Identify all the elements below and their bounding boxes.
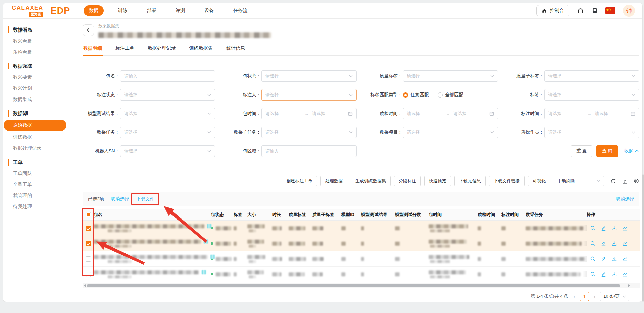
toolbar-button-3[interactable]: 分段标注	[394, 176, 421, 186]
filter-select-3[interactable]: 请选择	[544, 70, 639, 82]
reset-button[interactable]: 重 置	[571, 145, 592, 157]
column-header-11[interactable]: 质检时间	[478, 212, 501, 218]
download-action-download-icon[interactable]	[611, 241, 617, 246]
tab-0[interactable]: 数据明细	[83, 42, 103, 55]
column-header-8[interactable]: 模型测试结果	[361, 212, 395, 218]
sidebar-item-2-1[interactable]: 训练数据	[3, 132, 69, 143]
toolbar-button-7[interactable]: 可视化	[528, 176, 550, 186]
column-header-5[interactable]: 质量标签	[289, 212, 312, 218]
page-size-select[interactable]: 10 条/页	[600, 292, 629, 301]
view-action-search-icon[interactable]	[590, 225, 596, 231]
collapse-link[interactable]: 收起	[624, 148, 639, 154]
scroll-left-arrow[interactable]	[84, 284, 86, 287]
tab-1[interactable]: 标注工单	[115, 42, 135, 55]
row-checkbox[interactable]	[86, 272, 91, 277]
toolbar-button-1[interactable]: 处理数据	[320, 176, 347, 186]
view-action-search-icon[interactable]	[590, 271, 596, 277]
download-action-download-icon[interactable]	[611, 271, 617, 277]
filter-select-2[interactable]: 请选择	[403, 70, 498, 82]
download-action-download-icon[interactable]	[611, 256, 617, 262]
sidebar-item-2-0[interactable]: 原始数据	[4, 120, 66, 131]
filter-select-1[interactable]: 请选择	[261, 70, 356, 82]
visualize-action-chart-icon[interactable]	[622, 241, 628, 246]
download-files-link[interactable]: 下载文件	[136, 196, 154, 201]
next-page-button[interactable]: ›	[593, 294, 596, 299]
edit-action-edit-icon[interactable]	[601, 241, 606, 246]
sidebar-item-3-3[interactable]: 待我处理	[3, 201, 69, 212]
row-checkbox[interactable]	[86, 226, 91, 231]
column-header-3[interactable]: 大小	[247, 212, 272, 218]
column-header-6[interactable]: 质量子标签	[312, 212, 341, 218]
tab-3[interactable]: 训练数据集	[189, 42, 213, 55]
column-header-4[interactable]: 时长	[272, 212, 289, 218]
sidebar-item-1-1[interactable]: 数采计划	[3, 83, 69, 94]
nav-item-1[interactable]: 训练	[112, 5, 133, 16]
console-button[interactable]: 控制台	[536, 5, 569, 16]
nav-item-0[interactable]: 数据	[84, 5, 104, 16]
toolbar-button-0[interactable]: 创建标注工单	[282, 176, 317, 186]
radio-option-0[interactable]: 任意匹配	[403, 92, 429, 98]
filter-select-14[interactable]: 请选择	[403, 127, 498, 138]
radio-option-1[interactable]: 全部匹配	[438, 92, 463, 98]
scroll-right-arrow[interactable]	[628, 284, 630, 287]
sidebar-item-2-2[interactable]: 数据处理记录	[3, 143, 69, 154]
search-button[interactable]: 查 询	[596, 145, 618, 157]
selection-options-caret[interactable]	[93, 217, 96, 218]
edit-action-edit-icon[interactable]	[601, 271, 606, 277]
deselect-link[interactable]: 取消选择	[111, 196, 129, 202]
sidebar-item-0-0[interactable]: 数采看板	[3, 36, 69, 47]
visualize-action-chart-icon[interactable]	[622, 225, 628, 231]
sidebar-item-3-0[interactable]: 工单团队	[3, 168, 69, 179]
nav-item-4[interactable]: 设备	[199, 5, 219, 16]
deselect-link-right[interactable]: 取消选择	[616, 196, 634, 202]
filter-select-8[interactable]: 请选择	[120, 108, 215, 119]
edit-action-edit-icon[interactable]	[601, 225, 606, 231]
user-avatar[interactable]: 钟	[623, 5, 635, 17]
sidebar-item-1-0[interactable]: 数采要素	[3, 72, 69, 83]
filter-select-15[interactable]: 请选择	[544, 127, 639, 138]
toolbar-button-2[interactable]: 生成训练数据集	[351, 176, 391, 186]
column-header-13[interactable]: 数采任务	[526, 212, 587, 218]
filter-select-13[interactable]: 请选择	[261, 127, 356, 138]
row-checkbox[interactable]	[86, 241, 91, 246]
download-action-download-icon[interactable]	[611, 225, 617, 231]
toolbar-button-5[interactable]: 下载元信息	[454, 176, 486, 186]
filter-input-0[interactable]	[120, 70, 215, 82]
column-header-14[interactable]: 操作	[587, 212, 640, 218]
filter-select-16[interactable]: 请选择	[120, 145, 215, 157]
column-header-9[interactable]: 模型测试分数	[395, 212, 429, 218]
refresh-icon[interactable]	[610, 178, 616, 184]
column-header-0[interactable]: 包名	[94, 212, 211, 218]
page-scrollbar[interactable]	[642, 174, 644, 302]
scrollbar-thumb[interactable]	[87, 284, 620, 287]
view-action-search-icon[interactable]	[590, 256, 596, 262]
back-button[interactable]	[83, 24, 94, 36]
nav-item-2[interactable]: 部署	[141, 5, 161, 16]
column-header-1[interactable]: 包状态	[211, 212, 234, 218]
row-checkbox[interactable]	[86, 256, 91, 262]
prev-page-button[interactable]: ‹	[573, 294, 576, 299]
column-header-12[interactable]: 标注时间	[501, 212, 526, 218]
sidebar-item-0-1[interactable]: 质检看板	[3, 47, 69, 58]
column-header-2[interactable]: 标签	[234, 212, 247, 218]
filter-select-5[interactable]: 请选择	[261, 89, 356, 101]
sidebar-item-3-2[interactable]: 我管理的	[3, 190, 69, 201]
nav-item-3[interactable]: 评测	[170, 5, 190, 16]
filter-daterange-11[interactable]: 请选择→请选择	[544, 108, 639, 119]
select-all-checkbox[interactable]	[86, 212, 91, 217]
sidebar-item-3-1[interactable]: 全量工单	[3, 179, 69, 190]
edit-action-edit-icon[interactable]	[601, 256, 606, 262]
visualize-action-chart-icon[interactable]	[622, 256, 628, 262]
filter-select-12[interactable]: 请选择	[120, 127, 215, 138]
visualize-action-chart-icon[interactable]	[622, 271, 628, 277]
language-flag-icon[interactable]	[605, 7, 615, 14]
filter-select-4[interactable]: 请选择	[120, 89, 215, 101]
nav-item-5[interactable]: 任务流	[228, 5, 253, 16]
sidebar-item-1-2[interactable]: 数据集成	[3, 94, 69, 105]
column-header-10[interactable]: 包时间	[429, 212, 478, 218]
docs-icon[interactable]	[591, 7, 598, 14]
headset-icon[interactable]	[577, 7, 584, 14]
filter-select-7[interactable]: 请选择	[544, 89, 639, 101]
column-header-7[interactable]: 模型ID	[341, 212, 361, 218]
view-action-search-icon[interactable]	[590, 241, 596, 246]
